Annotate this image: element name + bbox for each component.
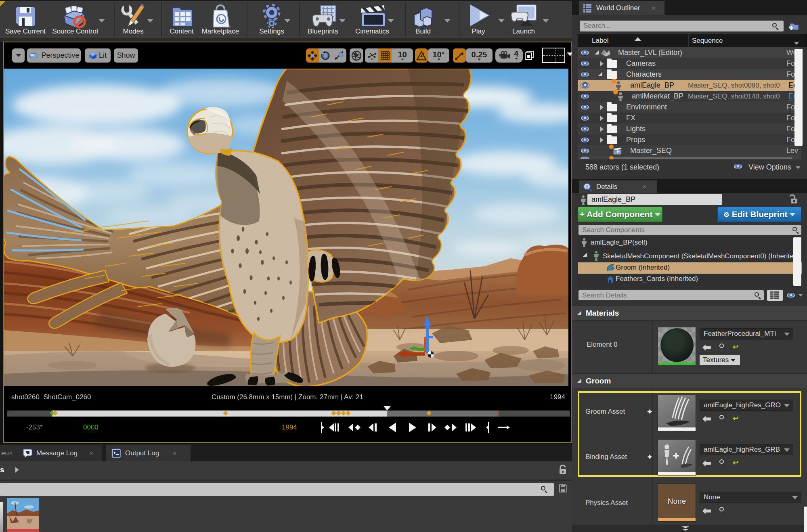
svg-text:i: i	[586, 184, 588, 190]
